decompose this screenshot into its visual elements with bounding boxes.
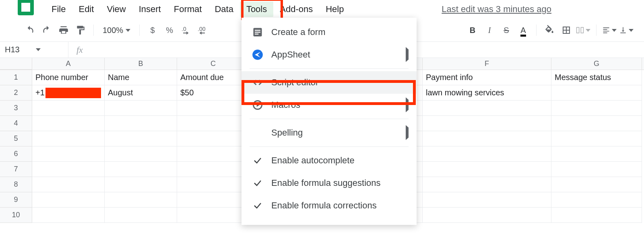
cell[interactable] (423, 131, 551, 146)
menu-item-macros[interactable]: Macros (242, 94, 417, 116)
currency-button[interactable]: $ (145, 23, 160, 37)
cell[interactable]: lawn mowing services (423, 85, 551, 101)
cell[interactable] (551, 162, 642, 177)
vertical-align-button[interactable] (619, 23, 634, 37)
menu-item-create-form[interactable]: Create a form (242, 21, 417, 43)
cell[interactable]: Phone number (32, 70, 105, 85)
select-all-corner[interactable] (0, 58, 32, 70)
cell[interactable] (177, 192, 250, 208)
cell[interactable] (32, 192, 105, 208)
row-header[interactable]: 2 (0, 85, 32, 101)
cell[interactable] (32, 116, 105, 131)
cell[interactable] (423, 116, 551, 131)
row-header[interactable]: 8 (0, 177, 32, 192)
cell[interactable] (551, 116, 642, 131)
menu-format[interactable]: Format (167, 2, 208, 17)
menu-file[interactable]: File (45, 2, 72, 17)
cell[interactable] (32, 177, 105, 192)
cell[interactable] (32, 208, 105, 223)
menu-help[interactable]: Help (319, 2, 350, 17)
cell[interactable] (177, 177, 250, 192)
name-box[interactable]: H13 (0, 42, 68, 58)
menu-item-enable-autocomplete[interactable]: Enable autocomplete (242, 149, 417, 172)
menu-item-appsheet[interactable]: AppSheet (242, 43, 417, 66)
cell[interactable] (551, 131, 642, 146)
cell[interactable] (32, 131, 105, 146)
cell[interactable] (105, 131, 177, 146)
cell[interactable] (551, 101, 642, 116)
cell[interactable] (105, 101, 177, 116)
undo-button[interactable] (23, 23, 37, 37)
cell[interactable] (105, 162, 177, 177)
redo-button[interactable] (39, 23, 54, 37)
row-header[interactable]: 7 (0, 162, 32, 177)
cell[interactable] (551, 192, 642, 208)
bold-button[interactable]: B (465, 23, 480, 37)
cell[interactable] (551, 177, 642, 192)
cell[interactable] (32, 101, 105, 116)
row-header[interactable]: 5 (0, 131, 32, 146)
row-header[interactable]: 9 (0, 192, 32, 208)
percent-button[interactable]: % (162, 23, 177, 37)
row-header[interactable]: 4 (0, 116, 32, 131)
row-header[interactable]: 10 (0, 208, 32, 223)
cell[interactable] (177, 162, 250, 177)
menu-item-spelling[interactable]: Spelling (242, 122, 417, 144)
row-header[interactable]: 6 (0, 146, 32, 162)
column-header[interactable]: F (423, 58, 551, 70)
strikethrough-button[interactable]: S (499, 23, 514, 37)
column-header[interactable]: B (105, 58, 177, 70)
column-header[interactable]: A (32, 58, 105, 70)
cell[interactable] (105, 146, 177, 162)
row-header[interactable]: 1 (0, 70, 32, 85)
menu-addons[interactable]: Add-ons (273, 2, 319, 17)
print-button[interactable] (56, 23, 71, 37)
cell[interactable] (423, 101, 551, 116)
cell[interactable]: Message status (551, 70, 642, 85)
menu-item-enable-formula-suggestions[interactable]: Enable formula suggestions (242, 172, 417, 194)
cell[interactable]: Payment info (423, 70, 551, 85)
column-header[interactable]: C (177, 58, 250, 70)
cell[interactable] (423, 192, 551, 208)
cell[interactable] (177, 146, 250, 162)
menu-insert[interactable]: Insert (132, 2, 167, 17)
cell[interactable] (105, 208, 177, 223)
cell[interactable] (177, 101, 250, 116)
increase-decimal-button[interactable]: .00 (196, 23, 211, 37)
cell[interactable] (32, 162, 105, 177)
cell[interactable] (423, 208, 551, 223)
menu-item-script-editor[interactable]: Script editor (242, 71, 417, 94)
cell[interactable] (551, 85, 642, 101)
cell[interactable] (423, 177, 551, 192)
column-header[interactable]: G (551, 58, 642, 70)
fill-color-button[interactable] (542, 23, 557, 37)
cell[interactable] (177, 131, 250, 146)
borders-button[interactable] (559, 23, 574, 37)
menu-item-enable-formula-corrections[interactable]: Enable formula corrections (242, 194, 417, 217)
cell[interactable]: August (105, 85, 177, 101)
cell[interactable]: +1 (32, 85, 105, 101)
cell[interactable] (177, 116, 250, 131)
paint-format-button[interactable] (73, 23, 88, 37)
text-color-button[interactable]: A (516, 23, 530, 37)
menu-tools[interactable]: Tools (240, 2, 273, 17)
cell[interactable]: Name (105, 70, 177, 85)
cell[interactable] (177, 208, 250, 223)
cell[interactable] (551, 208, 642, 223)
last-edit-link[interactable]: Last edit was 3 minutes ago (442, 4, 551, 14)
decrease-decimal-button[interactable]: .0 (179, 23, 194, 37)
cell[interactable] (105, 192, 177, 208)
zoom-dropdown[interactable]: 100% (99, 26, 134, 35)
horizontal-align-button[interactable] (602, 23, 617, 37)
merge-cells-button[interactable] (576, 23, 590, 37)
cell[interactable]: $50 (177, 85, 250, 101)
cell[interactable] (423, 146, 551, 162)
menu-data[interactable]: Data (208, 2, 239, 17)
cell[interactable] (105, 116, 177, 131)
cell[interactable] (551, 146, 642, 162)
cell[interactable] (32, 146, 105, 162)
cell[interactable]: Amount due (177, 70, 250, 85)
menu-edit[interactable]: Edit (72, 2, 100, 17)
cell[interactable] (105, 177, 177, 192)
row-header[interactable]: 3 (0, 101, 32, 116)
